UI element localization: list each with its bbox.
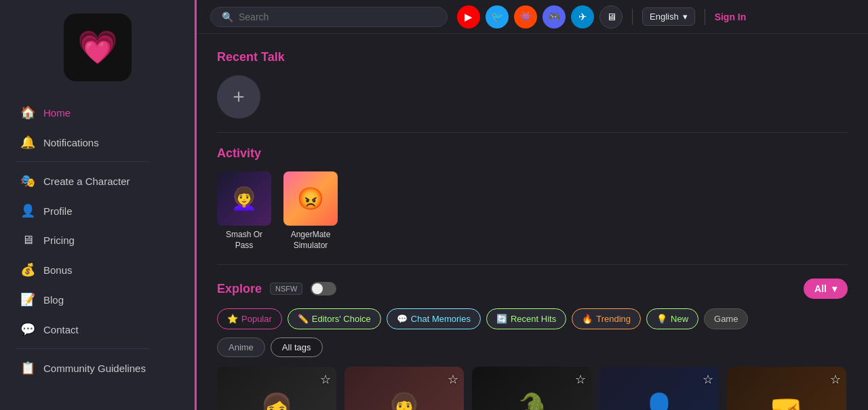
explore-header: Explore NSFW All ▾ [217,279,848,299]
card-star-card3[interactable]: ☆ [575,372,586,387]
telegram-icon[interactable]: ✈ [571,5,594,28]
tab-label-chat-memories: Chat Memories [411,314,471,324]
search-input[interactable] [239,12,436,22]
tab-icon-chat-memories: 💬 [397,314,408,324]
nav-label-community-guidelines: Community Guidelines [43,363,146,374]
explore-card-card3[interactable]: 🐊 ☆ [472,367,591,410]
nav-icon-pricing: 🖥 [20,233,35,247]
tab-icon-recent-hits: 🔄 [496,314,507,324]
activity-section: Activity 👩‍🦱 Smash Or Pass 😡 AngerMate S… [217,146,848,251]
dropdown-chevron-icon: ▾ [832,283,837,294]
all-dropdown-button[interactable]: All ▾ [804,279,848,299]
activity-card-smash-or-pass[interactable]: 👩‍🦱 Smash Or Pass [217,171,271,251]
nav-icon-contact: 💬 [20,322,35,337]
tab-label-editors-choice: Editors' Choice [312,314,371,324]
card-star-card2[interactable]: ☆ [448,372,458,387]
logo-box: 💗 [64,14,132,81]
search-bar[interactable]: 🔍 [210,7,448,27]
youtube-icon[interactable]: ▶ [457,5,480,28]
tab-label-trending: Trending [596,314,631,324]
nsfw-toggle[interactable] [311,282,336,295]
filter-tab-trending[interactable]: 🔥Trending [572,308,641,329]
filter-tabs: ⭐Popular✏️Editors' Choice💬Chat Memories🔄… [217,308,848,329]
filter-tab-game[interactable]: Game [704,308,748,329]
chevron-down-icon: ▾ [683,12,688,22]
nav-icon-community-guidelines: 📋 [20,361,35,375]
card-bg-card2: 👩‍🦱 [344,367,464,410]
tab-icon-popular: ⭐ [227,314,238,324]
topbar-divider2 [705,9,705,25]
tag-row: AnimeAll tags [217,337,848,357]
all-label: All [814,283,827,294]
sidebar-divider-notifications [16,161,149,162]
nav-icon-profile: 👤 [20,203,35,218]
explore-section: Explore NSFW All ▾ ⭐Popular✏️Editors' Ch… [217,279,848,410]
nav-icon-home: 🏠 [20,105,35,120]
sidebar-item-create-character[interactable]: 🎭 Create a Character [0,166,166,196]
filter-tab-popular[interactable]: ⭐Popular [217,308,282,329]
activity-row: 👩‍🦱 Smash Or Pass 😡 AngerMate Simulator [217,171,848,251]
twitter-icon[interactable]: 🐦 [486,5,509,28]
section-divider-2 [217,264,848,265]
tab-label-recent-hits: Recent Hits [511,314,556,324]
card-star-card5[interactable]: ☆ [830,372,841,387]
monitor-icon[interactable]: 🖥 [599,5,623,28]
activity-label-smash-or-pass: Smash Or Pass [217,230,271,251]
topbar-divider [632,9,633,25]
explore-card-card1[interactable]: 👩 ☆ [217,367,336,410]
sidebar-item-blog[interactable]: 📝 Blog [0,285,166,314]
explore-card-card5[interactable]: 🤜 ☆ [727,367,846,410]
nav-label-blog: Blog [43,294,64,306]
tab-icon-new: 💡 [656,314,667,324]
language-label: English [650,12,679,22]
reddit-icon[interactable]: 👾 [514,5,537,28]
search-icon: 🔍 [222,12,233,22]
tab-label-popular: Popular [241,314,272,324]
nav-label-create-character: Create a Character [43,176,130,187]
card-bg-card5: 🤜 [727,367,846,410]
tab-icon-editors-choice: ✏️ [298,314,309,324]
tab-label-new: New [671,314,688,324]
logo-emoji: 💗 [77,28,118,66]
tag-anime[interactable]: Anime [217,337,265,357]
language-selector[interactable]: English ▾ [642,7,695,26]
nav-icon-create-character: 🎭 [20,173,35,188]
nav-label-pricing: Pricing [43,234,75,246]
filter-tab-editors-choice[interactable]: ✏️Editors' Choice [288,308,381,329]
nsfw-toggle-wrap [311,282,336,295]
signin-button[interactable]: Sign In [715,12,747,22]
topbar: 🔍 ▶🐦👾🎮✈🖥 English ▾ Sign In [197,0,868,34]
activity-title: Activity [217,146,848,161]
sidebar-divider-contact [16,348,149,349]
tag-all-tags[interactable]: All tags [271,337,323,357]
content-area: Recent Talk + Activity 👩‍🦱 Smash Or Pass… [197,34,868,410]
explore-card-card2[interactable]: 👩‍🦱 ☆ [344,367,464,410]
sidebar-item-community-guidelines[interactable]: 📋 Community Guidelines [0,353,166,383]
recent-talk-title: Recent Talk [217,50,848,64]
filter-tab-new[interactable]: 💡New [646,308,698,329]
activity-label-angermate-simulator: AngerMate Simulator [283,230,338,251]
discord-icon[interactable]: 🎮 [542,5,566,28]
filter-tab-chat-memories[interactable]: 💬Chat Memories [387,308,481,329]
logo-wrap: 💗 [0,14,195,81]
main-panel: 🔍 ▶🐦👾🎮✈🖥 English ▾ Sign In Recent Talk +… [197,0,868,410]
activity-card-angermate-simulator[interactable]: 😡 AngerMate Simulator [283,171,338,251]
social-icons: ▶🐦👾🎮✈🖥 [457,5,623,28]
sidebar-item-pricing[interactable]: 🖥 Pricing [0,226,166,255]
sidebar-item-bonus[interactable]: 💰 Bonus [0,255,166,285]
recent-talk-section: Recent Talk + [217,50,848,119]
nav-label-profile: Profile [43,205,73,217]
sidebar-item-profile[interactable]: 👤 Profile [0,196,166,226]
sidebar-item-home[interactable]: 🏠 Home [0,98,166,127]
add-recent-talk-button[interactable]: + [217,75,260,119]
card-star-card1[interactable]: ☆ [320,372,331,387]
filter-tab-recent-hits[interactable]: 🔄Recent Hits [486,308,566,329]
sidebar-item-contact[interactable]: 💬 Contact [0,314,166,344]
cards-row: 👩 ☆ 👩‍🦱 ☆ 🐊 ☆ 👤 ☆ 🤜 ☆ [217,367,848,410]
sidebar-item-notifications[interactable]: 🔔 Notifications [0,127,166,157]
nav-icon-bonus: 💰 [20,262,35,277]
nav-label-home: Home [43,107,71,119]
explore-card-card4[interactable]: 👤 ☆ [599,367,719,410]
card-star-card4[interactable]: ☆ [703,372,713,387]
nav-icon-notifications: 🔔 [20,135,35,150]
